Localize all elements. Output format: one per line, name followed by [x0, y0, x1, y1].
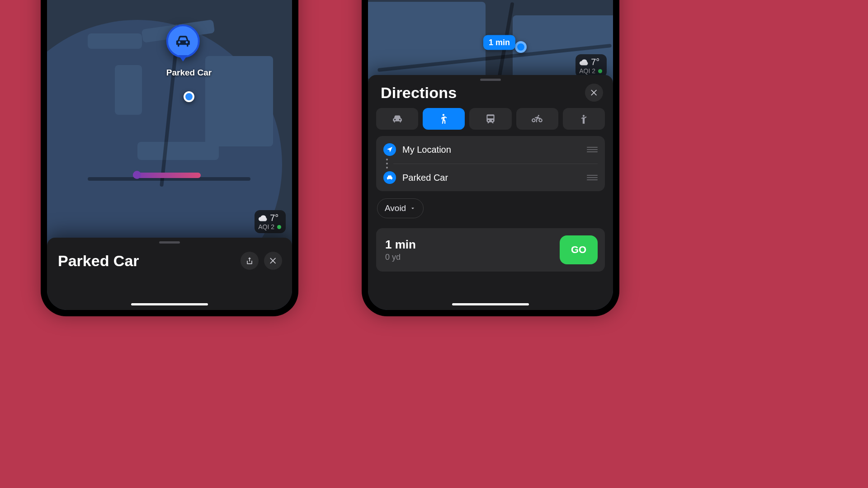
- mode-drive[interactable]: [376, 108, 418, 130]
- mode-rideshare[interactable]: [563, 108, 605, 130]
- weather-badge[interactable]: 7° AQI 2: [576, 54, 607, 77]
- aqi-label: AQI 2: [579, 67, 595, 75]
- cloud-icon: [258, 213, 268, 223]
- mode-walk[interactable]: [423, 108, 465, 130]
- mode-cycle[interactable]: [516, 108, 558, 130]
- cloud-icon: [579, 57, 589, 67]
- place-sheet[interactable]: Parked Car: [47, 238, 292, 310]
- parked-car-pin[interactable]: [166, 24, 200, 58]
- car-icon: [392, 113, 403, 125]
- car-icon: [174, 32, 192, 50]
- aqi-status-dot: [277, 225, 281, 229]
- share-button[interactable]: [241, 252, 259, 270]
- directions-title: Directions: [381, 84, 457, 102]
- person-hail-icon: [578, 113, 590, 125]
- transport-modes: [376, 108, 605, 130]
- close-icon: [590, 88, 599, 97]
- chevron-down-icon: [410, 205, 416, 211]
- pin-label: Parked Car: [166, 68, 212, 78]
- sheet-title: Parked Car: [58, 252, 139, 270]
- location-arrow-icon: [383, 143, 396, 156]
- aqi-status-dot: [598, 69, 602, 73]
- from-label: My Location: [402, 145, 580, 155]
- reorder-handle[interactable]: [587, 175, 598, 180]
- aqi-label: AQI 2: [258, 223, 274, 230]
- car-icon: [383, 171, 396, 184]
- home-indicator[interactable]: [131, 303, 208, 305]
- transit-icon: [485, 113, 496, 125]
- weather-badge[interactable]: 7° AQI 2: [255, 210, 286, 233]
- result-time: 1 min: [385, 238, 416, 252]
- eta-pill[interactable]: 1 min: [483, 35, 515, 50]
- result-distance: 0 yd: [385, 253, 416, 262]
- directions-sheet[interactable]: Directions: [368, 75, 613, 310]
- phone-right: 1 min 7° AQI 2 Directions: [362, 0, 619, 316]
- walk-icon: [438, 113, 450, 125]
- to-label: Parked Car: [402, 173, 580, 183]
- route-from[interactable]: My Location: [381, 138, 600, 161]
- bike-icon: [531, 113, 543, 125]
- mode-transit[interactable]: [469, 108, 511, 130]
- route-endpoints: My Location Parked Car: [376, 136, 605, 191]
- route-result[interactable]: 1 min 0 yd GO: [376, 228, 605, 272]
- user-location-dot: [184, 91, 194, 102]
- go-button[interactable]: GO: [560, 235, 598, 264]
- route-to[interactable]: Parked Car: [381, 166, 600, 189]
- destination-dot: [515, 41, 527, 53]
- close-button[interactable]: [264, 252, 282, 270]
- share-icon: [245, 256, 254, 265]
- route-dots: [381, 159, 393, 169]
- weather-temp: 7°: [270, 213, 278, 223]
- phone-left: Parked Car 7° AQI 2 Parked Car: [41, 0, 298, 316]
- reorder-handle[interactable]: [587, 147, 598, 152]
- weather-temp: 7°: [591, 57, 599, 67]
- avoid-button[interactable]: Avoid: [377, 198, 424, 218]
- avoid-label: Avoid: [385, 203, 406, 213]
- close-icon: [269, 256, 278, 265]
- close-button[interactable]: [585, 84, 603, 102]
- home-indicator[interactable]: [452, 303, 529, 305]
